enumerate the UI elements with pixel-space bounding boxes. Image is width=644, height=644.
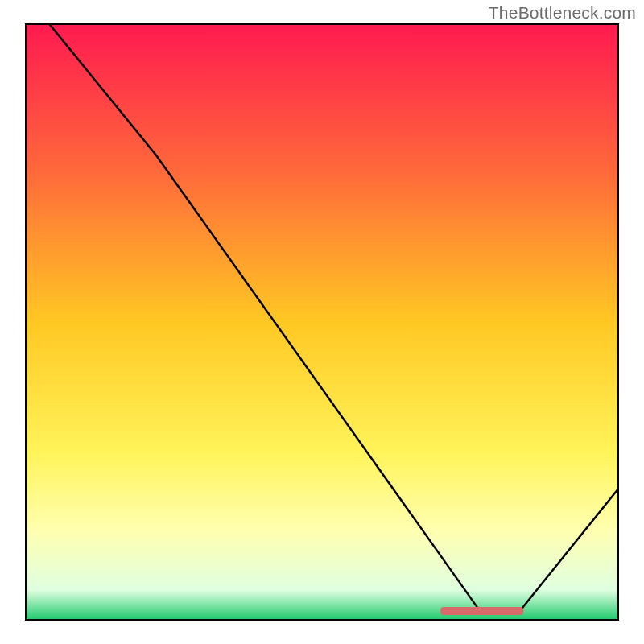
gradient-background — [26, 24, 618, 620]
chart-container: TheBottleneck.com — [0, 0, 644, 644]
watermark-label: TheBottleneck.com — [489, 3, 636, 23]
bottleneck-chart — [0, 0, 644, 644]
optimal-range-marker — [440, 607, 523, 615]
